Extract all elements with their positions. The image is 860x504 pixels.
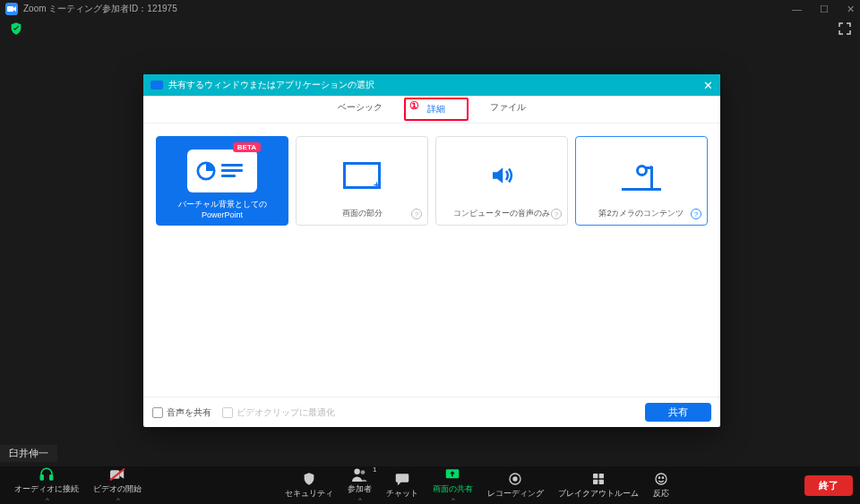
- tab-basic[interactable]: ベーシック: [316, 98, 404, 121]
- option-label: 画面の部分: [342, 208, 383, 219]
- svg-point-17: [662, 477, 663, 478]
- fullscreen-icon[interactable]: [838, 22, 851, 35]
- document-camera-icon: [622, 160, 661, 191]
- meeting-topbar: [0, 18, 860, 39]
- svg-point-15: [656, 474, 666, 484]
- option-label: コンピューターの音声のみ: [453, 208, 550, 219]
- headphones-icon: [38, 466, 56, 483]
- svg-point-7: [361, 470, 366, 474]
- optimize-video-checkbox: ビデオクリップに最適化: [222, 406, 335, 419]
- record-button[interactable]: レコーディング: [480, 471, 551, 500]
- share-label: 画面の共有: [433, 483, 473, 495]
- svg-rect-12: [598, 474, 603, 478]
- dialog-tabs: ベーシック ① 詳細 ファイル: [143, 96, 720, 124]
- screen-portion-icon: [343, 162, 381, 189]
- video-label: ビデオの開始: [93, 483, 142, 495]
- svg-rect-2: [40, 475, 43, 480]
- zoom-small-icon: [150, 81, 163, 90]
- audio-button[interactable]: オーディオに接続^: [7, 466, 86, 504]
- dialog-close-button[interactable]: ✕: [703, 79, 713, 92]
- svg-point-6: [354, 469, 359, 474]
- beta-badge: BETA: [233, 142, 261, 152]
- participant-count: 1: [373, 466, 376, 474]
- tab-files[interactable]: ファイル: [469, 98, 547, 121]
- svg-rect-14: [598, 480, 603, 484]
- breakout-button[interactable]: ブレイクアウトルーム: [551, 471, 646, 500]
- breakout-label: ブレイクアウトルーム: [558, 488, 639, 500]
- chat-icon: [394, 471, 410, 487]
- security-label: セキュリティ: [285, 488, 333, 500]
- tab-advanced-label: 詳細: [427, 104, 445, 114]
- annotation-marker-1: ①: [409, 99, 419, 112]
- reactions-icon: [654, 471, 668, 487]
- share-dialog: 共有するウィンドウまたはアプリケーションの選択 ✕ ベーシック ① 詳細 ファイ…: [143, 74, 720, 427]
- security-button[interactable]: セキュリティ: [278, 471, 340, 500]
- reactions-label: 反応: [653, 488, 669, 500]
- audio-label: オーディオに接続: [14, 483, 79, 495]
- participants-button[interactable]: 1 参加者^: [340, 466, 379, 504]
- svg-rect-3: [50, 475, 53, 480]
- reactions-button[interactable]: 反応: [646, 471, 676, 500]
- tab-advanced[interactable]: ① 詳細: [404, 98, 469, 121]
- info-icon[interactable]: ?: [411, 209, 422, 219]
- participant-name-tag: 臼井伸一: [0, 445, 57, 462]
- dialog-titlebar: 共有するウィンドウまたはアプリケーションの選択 ✕: [143, 74, 720, 96]
- chat-label: チャット: [386, 488, 418, 500]
- zoom-logo-icon: [5, 3, 18, 15]
- svg-rect-13: [593, 480, 598, 484]
- end-meeting-button[interactable]: 終了: [804, 475, 853, 496]
- info-icon[interactable]: ?: [551, 209, 562, 219]
- participants-label: 参加者: [348, 483, 372, 495]
- breakout-icon: [591, 471, 606, 487]
- svg-point-16: [658, 477, 659, 478]
- info-icon[interactable]: ?: [691, 209, 701, 219]
- option-ppt-virtual-bg[interactable]: BETA バーチャル背景としてのPowerPoint: [156, 136, 288, 226]
- encryption-shield-icon[interactable]: [9, 21, 23, 36]
- dialog-title: 共有するウィンドウまたはアプリケーションの選択: [168, 79, 374, 91]
- share-screen-button[interactable]: 画面の共有^: [426, 466, 480, 504]
- svg-point-10: [512, 476, 517, 481]
- optimize-video-label: ビデオクリップに最適化: [236, 406, 335, 419]
- close-button[interactable]: ✕: [847, 4, 855, 15]
- window-titlebar: Zoom ミーティング参加者ID：121975 — ☐ ✕: [0, 0, 860, 18]
- share-screen-icon: [444, 466, 460, 483]
- participants-icon: [350, 466, 368, 483]
- option-label: 第2カメラのコンテンツ: [598, 208, 684, 219]
- ppt-slide-icon: BETA: [187, 149, 257, 192]
- speaker-icon: [488, 162, 515, 189]
- shield-icon: [302, 471, 316, 487]
- record-icon: [508, 471, 522, 487]
- option-audio-only[interactable]: コンピューターの音声のみ ?: [435, 136, 568, 226]
- option-second-camera[interactable]: 第2カメラのコンテンツ ?: [575, 136, 708, 226]
- share-audio-label: 音声を共有: [167, 406, 211, 419]
- chat-button[interactable]: チャット: [379, 471, 426, 500]
- maximize-button[interactable]: ☐: [820, 4, 829, 15]
- share-options-grid: BETA バーチャル背景としてのPowerPoint 画面の部分 ? コンピュー…: [143, 124, 720, 397]
- minimize-button[interactable]: —: [792, 4, 802, 15]
- svg-rect-11: [593, 474, 598, 478]
- share-audio-checkbox[interactable]: 音声を共有: [152, 406, 211, 419]
- window-title: Zoom ミーティング参加者ID：121975: [23, 3, 177, 15]
- video-off-icon: [108, 466, 126, 483]
- option-screen-portion[interactable]: 画面の部分 ?: [296, 136, 428, 226]
- video-button[interactable]: ビデオの開始^: [86, 466, 149, 504]
- svg-rect-0: [7, 6, 13, 12]
- record-label: レコーディング: [487, 488, 544, 500]
- dialog-footer: 音声を共有 ビデオクリップに最適化 共有: [143, 397, 720, 427]
- meeting-toolbar: オーディオに接続^ ビデオの開始^ セキュリティ 1 参加者^ チャット 画面の…: [0, 466, 860, 504]
- share-button[interactable]: 共有: [645, 403, 711, 422]
- option-label: バーチャル背景としてのPowerPoint: [160, 199, 284, 219]
